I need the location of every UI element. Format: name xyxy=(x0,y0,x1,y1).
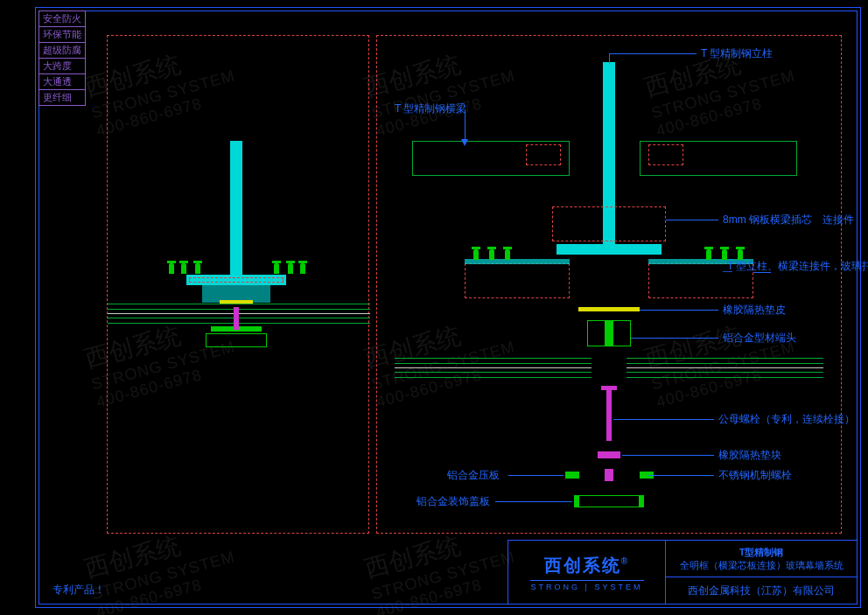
leader xyxy=(648,475,714,476)
label-post: T 型精制钢立柱 xyxy=(701,46,773,61)
brand-mark: ® xyxy=(621,556,629,566)
long-bolt xyxy=(606,390,612,441)
tag-item: 大跨度 xyxy=(38,58,86,74)
glass-line xyxy=(108,323,370,324)
glass-line xyxy=(108,304,370,304)
leader xyxy=(508,475,564,476)
glass-line xyxy=(395,377,592,378)
beam-slot xyxy=(648,144,683,165)
cover-edge xyxy=(574,495,579,507)
leader xyxy=(495,501,572,502)
tag-item: 环保节能 xyxy=(38,26,86,43)
leader xyxy=(631,338,718,339)
tag-item: 更纤细 xyxy=(38,89,86,106)
bolt xyxy=(234,307,239,330)
beam-slot xyxy=(526,144,561,165)
arrow-icon xyxy=(461,139,468,146)
alu-endcap-stem xyxy=(605,320,613,346)
title-block: 西创系统® STRONG | SYSTEM T型精制钢 全明框（横梁芯板连接）玻… xyxy=(508,540,858,605)
title-line-2: 全明框（横梁芯板连接）玻璃幕墙系统 xyxy=(680,559,844,572)
leader xyxy=(609,53,696,54)
mullion-flange xyxy=(556,244,662,255)
label-alu-end: 铝合金型材端头 xyxy=(723,331,796,346)
glass-line xyxy=(626,358,823,359)
brand-divider xyxy=(530,580,644,581)
leader xyxy=(622,455,714,456)
leader xyxy=(640,310,718,311)
press-plate-l xyxy=(565,472,579,479)
mullion-web xyxy=(230,141,242,276)
leader xyxy=(609,53,610,64)
glass-line xyxy=(108,309,370,310)
screw-icon xyxy=(706,249,711,260)
screw-icon xyxy=(274,263,279,274)
screw-icon xyxy=(195,263,200,274)
right-exploded-panel: T 型精制钢立柱 T 型精制钢横梁 8mm 钢板横梁插芯 连接件 — T 型立柱… xyxy=(376,35,842,534)
brand-text: 西创系统 xyxy=(544,556,621,575)
screw-icon xyxy=(505,249,510,260)
label-cover: 铝合金装饰盖板 xyxy=(416,494,490,509)
bracket-left xyxy=(465,263,570,298)
leader xyxy=(666,220,718,220)
label-beam: T 型精制钢横梁 xyxy=(395,101,466,116)
screw-icon xyxy=(169,263,174,274)
bracket-top xyxy=(465,259,570,264)
glass-spacer xyxy=(108,313,370,314)
patent-note: 专利产品！ xyxy=(52,583,105,598)
glass-line xyxy=(395,372,592,373)
rubber-pad xyxy=(578,307,640,311)
tag-item: 超级防腐 xyxy=(38,42,86,59)
cover-plate xyxy=(574,495,644,507)
screw-icon xyxy=(473,249,479,260)
screw-icon xyxy=(181,263,186,274)
tag-item: 安全防火 xyxy=(38,10,86,27)
label-press: 铝合金压板 xyxy=(447,468,500,483)
glass-line xyxy=(626,377,823,378)
bolt-head xyxy=(601,386,617,390)
glass-line xyxy=(108,318,370,318)
label-ss-bolt: 不锈钢机制螺栓 xyxy=(718,468,792,483)
ss-bolt xyxy=(605,469,613,481)
label-core: 8mm 钢板横梁插芯 连接件 xyxy=(723,213,854,227)
glass-line xyxy=(626,363,823,364)
label-rubber-pad: 橡胶隔热垫皮 xyxy=(723,303,786,318)
label-bolt: 公母螺栓（专利，连续栓接） xyxy=(718,412,855,427)
brand-cell: 西创系统® STRONG | SYSTEM xyxy=(508,541,666,604)
core-outline xyxy=(552,206,666,241)
label-rubber-block: 橡胶隔热垫块 xyxy=(718,448,781,463)
leader xyxy=(613,419,714,420)
label-bracket: T 型立柱、横梁连接件，玻璃托板 xyxy=(727,259,868,274)
screw-icon xyxy=(489,249,494,260)
rubber-block xyxy=(598,451,620,458)
flange-dashed xyxy=(189,277,284,283)
screw-icon xyxy=(300,263,305,274)
glass-line xyxy=(395,358,592,359)
tag-item: 大通透 xyxy=(38,73,86,90)
glass-line xyxy=(395,363,592,364)
cover-plate xyxy=(206,333,267,347)
left-detail-panel xyxy=(107,35,369,534)
company-name: 西创金属科技（江苏）有限公司 xyxy=(666,577,857,604)
rubber-pad xyxy=(220,300,253,304)
glass-spacer xyxy=(626,367,823,368)
feature-tags: 安全防火 环保节能 超级防腐 大跨度 大通透 更纤细 xyxy=(38,10,86,105)
title-line-1: T型精制钢 xyxy=(739,546,784,559)
cover-edge xyxy=(639,495,644,507)
glass-spacer xyxy=(395,367,592,368)
brand-sub: STRONG | SYSTEM xyxy=(531,583,643,591)
screw-icon xyxy=(288,263,293,274)
glass-line xyxy=(626,372,823,373)
